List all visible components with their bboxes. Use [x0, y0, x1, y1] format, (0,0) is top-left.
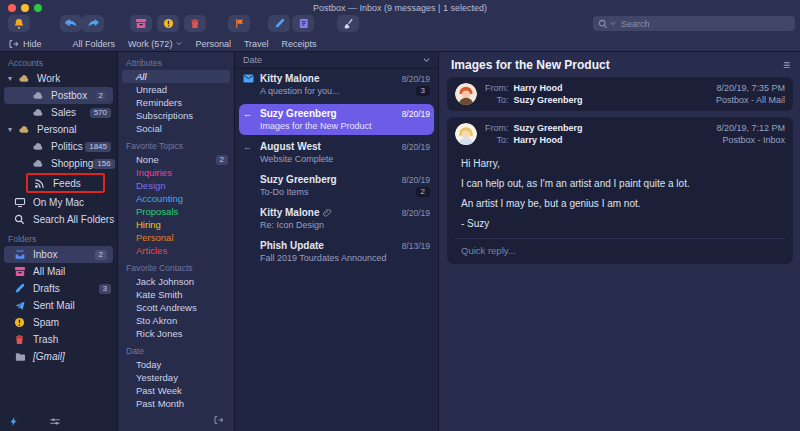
topic-proposals[interactable]: Proposals [118, 205, 234, 218]
subject: A question for you... [260, 86, 340, 96]
hide-facet-panel-button[interactable] [213, 415, 224, 425]
sender: Kitty Malone [260, 207, 319, 218]
flag-button[interactable] [228, 15, 250, 32]
quick-reply-field[interactable]: Quick reply... [455, 238, 785, 258]
spam-button[interactable] [157, 15, 179, 32]
reading-pane: Images for the New Product ≡ From: Harry… [439, 52, 800, 431]
sidebar-item-sales[interactable]: Sales 570 [0, 104, 117, 121]
attribute-unread[interactable]: Unread [118, 83, 234, 96]
filter-all-folders[interactable]: All Folders [73, 39, 116, 49]
contact-rick-jones[interactable]: Rick Jones [118, 327, 234, 340]
sidebar-item-feeds[interactable]: Feeds [28, 175, 103, 191]
topic-inquiries[interactable]: Inquiries [118, 166, 234, 179]
hide-panel-button[interactable]: Hide [8, 39, 42, 49]
sidebar-item-work[interactable]: ▾ Work [0, 70, 117, 87]
message-row[interactable]: Suzy Greenberg 8/20/19 To-Do Items 2 [235, 170, 438, 203]
compose-button[interactable] [268, 15, 290, 32]
contact-scott-andrews[interactable]: Scott Andrews [118, 301, 234, 314]
attribute-reminders[interactable]: Reminders [118, 96, 234, 109]
attribute-subscriptions[interactable]: Subscriptions [118, 109, 234, 122]
search-input[interactable] [619, 18, 790, 30]
message-row[interactable]: Phish Update 8/13/19 Fall 2019 Tourdates… [235, 236, 438, 269]
attribute-social[interactable]: Social [118, 122, 234, 135]
sidebar-footer [0, 416, 117, 427]
date-past-week[interactable]: Past Week [118, 384, 234, 397]
sidebar-item-all-mail[interactable]: All Mail [0, 263, 117, 280]
topic-personal[interactable]: Personal [118, 231, 234, 244]
sidebar-item-drafts[interactable]: Drafts 3 [0, 280, 117, 297]
get-mail-button[interactable] [8, 15, 30, 32]
disclosure-triangle-icon[interactable]: ▾ [8, 125, 18, 134]
disclosure-triangle-icon[interactable]: ▾ [8, 74, 18, 83]
flag-icon [234, 18, 245, 29]
quick-post-button[interactable] [8, 416, 19, 427]
chevron-down-icon [176, 41, 182, 46]
body-paragraph: Hi Harry, [461, 158, 779, 169]
message-row-selected[interactable]: ← Suzy Greenberg 8/20/19 Images for the … [239, 104, 434, 135]
accounts-sidebar: Accounts ▾ Work Postbox 2 Sales 570 ▾ Pe… [0, 52, 118, 431]
attributes-header: Attributes [118, 52, 234, 70]
sidebar-item-on-my-mac[interactable]: On My Mac [0, 194, 117, 211]
warning-icon [163, 18, 174, 29]
from-value: Suzy Greenberg [514, 123, 583, 133]
message-row[interactable]: Kitty Malone 8/20/19 A question for you.… [235, 69, 438, 102]
forward-button[interactable] [82, 15, 104, 32]
topic-articles[interactable]: Articles [118, 244, 234, 257]
filter-travel[interactable]: Travel [244, 39, 269, 49]
topic-design[interactable]: Design [118, 179, 234, 192]
sidebar-item-shopping[interactable]: Shopping 156 [0, 155, 117, 172]
search-field[interactable] [593, 16, 795, 31]
favorite-contacts-header: Favorite Contacts [118, 257, 234, 275]
sidebar-item-trash[interactable]: Trash [0, 331, 117, 348]
facet-panel: Attributes All Unread Reminders Subscrip… [118, 52, 235, 431]
date-yesterday[interactable]: Yesterday [118, 371, 234, 384]
message-card-collapsed[interactable]: From: Harry Hood To: Suzy Greenberg 8/20… [447, 77, 793, 111]
sidebar-item-politics[interactable]: Politics 1845 [0, 138, 117, 155]
to-label: To: [485, 135, 509, 145]
filter-work[interactable]: Work (572) [128, 39, 182, 49]
account-label: Politics [51, 141, 83, 152]
message-date: 8/20/19 [402, 109, 430, 119]
message-row[interactable]: Kitty Malone 8/20/19 Re: Icon Design [235, 203, 438, 236]
folder-label: Inbox [33, 249, 57, 260]
sidebar-item-personal[interactable]: ▾ Personal [0, 121, 117, 138]
date-today[interactable]: Today [118, 358, 234, 371]
delete-button[interactable] [184, 15, 206, 32]
archive-button[interactable] [130, 15, 152, 32]
contacts-button[interactable] [292, 15, 314, 32]
sender: Kitty Malone [260, 73, 319, 84]
filter-receipts[interactable]: Receipts [282, 39, 317, 49]
reply-button[interactable] [60, 15, 82, 32]
topic-none[interactable]: None 2 [118, 153, 234, 166]
sidebar-item-inbox[interactable]: Inbox 2 [4, 246, 113, 263]
count-badge: 3 [99, 284, 111, 294]
contact-kate-smith[interactable]: Kate Smith [118, 288, 234, 301]
filter-personal[interactable]: Personal [195, 39, 231, 49]
hamburger-menu-icon[interactable]: ≡ [783, 59, 790, 71]
sidebar-item-sent-mail[interactable]: Sent Mail [0, 297, 117, 314]
topic-hiring[interactable]: Hiring [118, 218, 234, 231]
sweep-button[interactable] [337, 15, 359, 32]
body-paragraph: An artist I may be, but a genius I am no… [461, 198, 779, 209]
message-body: Hi Harry, I can help out, as I'm an arti… [455, 145, 785, 229]
sidebar-item-gmail[interactable]: [Gmail] [0, 348, 117, 365]
sidebar-item-spam[interactable]: Spam [0, 314, 117, 331]
message-date: 8/20/19 [402, 208, 430, 218]
avatar [455, 83, 477, 105]
filter-settings-button[interactable] [49, 416, 61, 427]
message-list-sort-header[interactable]: Date [235, 52, 438, 69]
contact-sto-akron[interactable]: Sto Akron [118, 314, 234, 327]
attribute-all[interactable]: All [122, 70, 230, 83]
postbox-window: Postbox — Inbox (9 messages | 1 selected… [0, 0, 800, 431]
message-row[interactable]: ← August West 8/20/19 Website Complete [235, 137, 438, 170]
contact-jack-johnson[interactable]: Jack Johnson [118, 275, 234, 288]
account-label: Postbox [51, 90, 87, 101]
broom-icon [342, 18, 354, 30]
sidebar-item-postbox[interactable]: Postbox 2 [4, 87, 113, 104]
message-header[interactable]: From: Suzy Greenberg To: Harry Hood 8/20… [455, 123, 785, 145]
topic-accounting[interactable]: Accounting [118, 192, 234, 205]
search-scope-chevron-icon[interactable] [610, 21, 616, 26]
to-value: Harry Hood [514, 135, 583, 145]
date-past-month[interactable]: Past Month [118, 397, 234, 410]
sidebar-item-search-all-folders[interactable]: Search All Folders [0, 211, 117, 228]
